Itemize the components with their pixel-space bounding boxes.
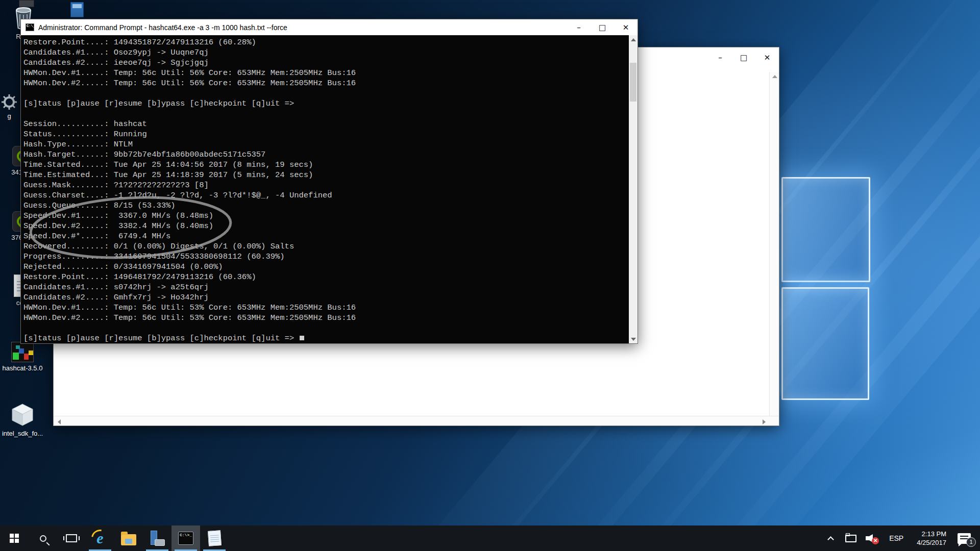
taskbar: e C:\>_ ✕ ESP 2:13 PM [0, 525, 980, 551]
volume-muted-badge: ✕ [872, 537, 879, 544]
notepad-icon [207, 530, 221, 546]
start-button[interactable] [0, 525, 29, 551]
scroll-down-arrow[interactable] [629, 335, 638, 343]
terminal-prompt-text: [s]tatus [p]ause [r]esume [b]ypass [c]he… [23, 334, 299, 343]
language-indicator[interactable]: ESP [889, 534, 903, 542]
taskbar-item-command-prompt[interactable]: C:\>_ [172, 525, 200, 551]
maximize-button[interactable]: □ [591, 19, 614, 35]
hidden-window-icon-detail [72, 4, 82, 8]
cmd-window-title: Administrator: Command Prompt - hashcat6… [38, 23, 287, 32]
task-view-button[interactable] [57, 525, 86, 551]
desktop-icon-intel-sdk[interactable]: intel_sdk_fo... [0, 401, 47, 437]
hidden-window-icon [70, 2, 84, 17]
minimize-button[interactable]: – [708, 49, 732, 65]
wallpaper-window-pane [781, 287, 869, 400]
desktop: Recy g 341.1... 376.8... co... [0, 0, 980, 551]
task-view-icon [66, 534, 77, 542]
taskbar-item-file-explorer[interactable] [114, 525, 143, 551]
desktop-icon-label: hashcat-3.5.0 [0, 364, 47, 372]
close-button[interactable]: ✕ [755, 49, 779, 65]
close-button[interactable]: ✕ [614, 19, 638, 35]
command-prompt-icon: C:\>_ [178, 532, 193, 545]
cmd-prompt-icon: C:\_ [26, 23, 34, 31]
desktop-icon-label: intel_sdk_fo... [0, 430, 47, 437]
taskbar-item-notepad[interactable] [200, 525, 229, 551]
clock[interactable]: 2:13 PM 4/25/2017 [917, 530, 946, 547]
notification-badge: 1 [966, 537, 976, 547]
scrollbar-thumb[interactable] [630, 63, 636, 102]
cube-icon [0, 401, 47, 428]
maximize-button[interactable]: □ [732, 49, 755, 65]
cmd-scrollbar[interactable] [629, 35, 638, 343]
terminal-prompt-line: [s]tatus [p]ause [r]esume [b]ypass [c]he… [23, 333, 304, 343]
background-window-hscrollbar[interactable] [54, 416, 779, 425]
terminal-text: Restore.Point....: 1494351872/2479113216… [23, 37, 356, 323]
cmd-window-titlebar[interactable]: C:\_ Administrator: Command Prompt - has… [21, 19, 638, 35]
action-center-icon[interactable]: 1 [958, 533, 971, 544]
search-icon [40, 535, 46, 542]
minimize-button[interactable]: – [567, 19, 591, 35]
network-icon[interactable] [845, 535, 856, 542]
terminal-output[interactable]: Restore.Point....: 1494351872/2479113216… [21, 35, 629, 343]
tray-date: 4/25/2017 [917, 538, 946, 547]
taskbar-item-system-tools[interactable] [143, 525, 172, 551]
taskbar-item-internet-explorer[interactable]: e [86, 525, 114, 551]
system-tray: ✕ ESP 2:13 PM 4/25/2017 1 [821, 525, 980, 551]
pc-toolbox-icon [150, 531, 165, 546]
background-window-vscrollbar[interactable] [769, 72, 779, 416]
windows-logo-icon [10, 534, 19, 543]
search-button[interactable] [29, 525, 57, 551]
volume-muted-icon[interactable]: ✕ [866, 533, 879, 543]
chevron-up-icon[interactable] [827, 536, 834, 543]
file-explorer-icon [121, 534, 136, 545]
internet-explorer-icon: e [91, 530, 109, 547]
cmd-window[interactable]: C:\_ Administrator: Command Prompt - has… [20, 19, 638, 344]
wallpaper-window-pane [781, 177, 870, 282]
scroll-up-arrow[interactable] [629, 35, 638, 44]
tray-time: 2:13 PM [917, 530, 946, 538]
terminal-cursor [300, 336, 304, 340]
